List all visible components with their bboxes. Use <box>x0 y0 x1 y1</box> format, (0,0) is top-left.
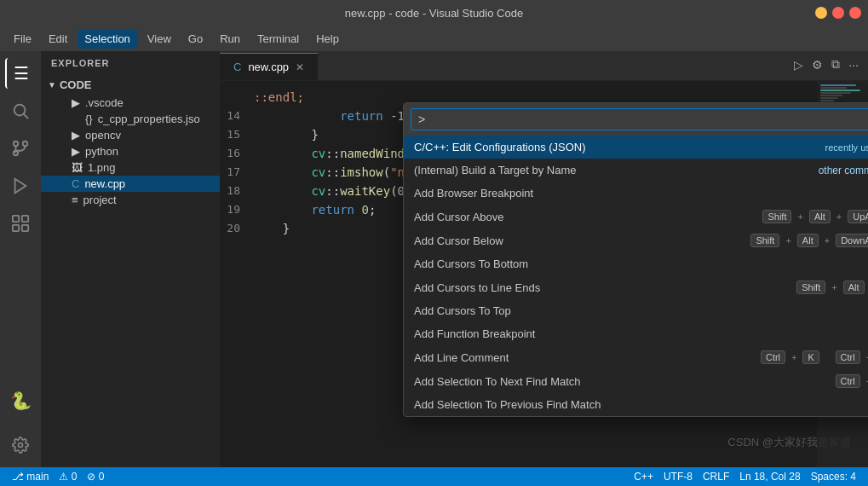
activity-bar: ☰ 🐍 <box>0 51 41 467</box>
sidebar-item-project[interactable]: ≡ project <box>41 192 220 208</box>
cpp-file-icon: C <box>72 177 79 190</box>
cpp-tab-icon: C <box>233 61 241 73</box>
svg-point-0 <box>14 105 26 116</box>
titlebar-title: new.cpp - code - Visual Studio Code <box>345 7 523 20</box>
sidebar-item-label: python <box>85 145 118 158</box>
close-button[interactable] <box>849 7 861 19</box>
cp-item-add-cursors-line-ends[interactable]: Add Cursors to Line Ends Shift + Alt + I <box>404 275 868 299</box>
svg-point-10 <box>19 443 23 448</box>
other-commands-badge: other commands <box>819 165 868 176</box>
sidebar-item-label: .vscode <box>85 96 124 109</box>
cp-item-add-line-comment[interactable]: Add Line Comment Ctrl + K Ctrl + C <box>404 345 868 369</box>
sidebar: EXPLORER ▼ CODE ▶ .vscode {} c_cpp_prope… <box>41 51 220 467</box>
folder-icon: ▶ <box>72 145 80 158</box>
shortcut-shift: Shift <box>762 210 791 223</box>
cp-item-add-selection-next[interactable]: Add Selection To Next Find Match Ctrl + … <box>404 369 868 393</box>
cp-item-add-selection-prev[interactable]: Add Selection To Previous Find Match <box>404 393 868 416</box>
status-errors[interactable]: ⚠ 0 <box>54 471 82 483</box>
more-actions-icon[interactable]: ··· <box>846 55 861 74</box>
mini-line <box>820 87 847 89</box>
cp-item-add-browser-breakpoint[interactable]: Add Browser Breakpoint <box>404 182 868 205</box>
status-warnings[interactable]: ⊘ 0 <box>82 471 109 483</box>
sidebar-item-1png[interactable]: 🖼 1.png <box>41 159 220 176</box>
explorer-icon[interactable]: ☰ <box>5 58 36 89</box>
status-cursor[interactable]: Ln 18, Col 28 <box>734 471 805 483</box>
command-palette: C/C++: Edit Configurations (JSON) recent… <box>403 102 868 417</box>
editor-tab-newcpp[interactable]: C new.cpp ✕ <box>220 53 318 80</box>
status-branch[interactable]: ⎇ main <box>7 471 54 483</box>
svg-rect-6 <box>13 216 19 222</box>
status-eol[interactable]: CRLF <box>698 471 734 483</box>
shortcut-alt: Alt <box>809 210 831 223</box>
editor-tabs: C new.cpp ✕ ▷ ⚙ ⧉ ··· <box>220 51 868 81</box>
extensions-icon[interactable] <box>5 208 36 239</box>
svg-rect-8 <box>13 225 19 231</box>
sidebar-root[interactable]: ▼ CODE <box>41 75 220 95</box>
status-language[interactable]: C++ <box>629 471 658 483</box>
cp-item-add-cursors-top[interactable]: Add Cursors To Top <box>404 299 868 322</box>
mini-line <box>820 100 834 101</box>
menu-help[interactable]: Help <box>309 29 346 49</box>
svg-point-3 <box>23 142 28 147</box>
svg-rect-9 <box>22 225 28 231</box>
sidebar-item-python[interactable]: ▶ python <box>41 143 220 159</box>
svg-line-1 <box>24 114 28 119</box>
titlebar: new.cpp - code - Visual Studio Code <box>0 0 868 26</box>
split-editor-icon[interactable]: ⧉ <box>829 55 842 74</box>
json-file-icon: {} <box>85 113 93 125</box>
sidebar-item-label: new.cpp <box>84 177 125 190</box>
svg-point-2 <box>14 142 19 147</box>
search-icon[interactable] <box>5 95 36 126</box>
menu-terminal[interactable]: Terminal <box>250 29 306 49</box>
menu-edit[interactable]: Edit <box>42 29 74 49</box>
status-encoding[interactable]: UTF-8 <box>658 471 698 483</box>
sidebar-item-newcpp[interactable]: C new.cpp <box>41 176 220 192</box>
status-spaces[interactable]: Spaces: 4 <box>806 471 861 483</box>
cp-item-build-target[interactable]: (Internal) Build a Target by Name other … <box>404 159 868 182</box>
menu-file[interactable]: File <box>7 29 38 49</box>
minimize-button[interactable] <box>815 7 827 19</box>
cp-item-add-function-breakpoint[interactable]: Add Function Breakpoint <box>404 322 868 345</box>
mini-line <box>820 84 856 86</box>
shortcut-ctrl: Ctrl <box>836 374 860 388</box>
sidebar-item-label: project <box>83 194 117 206</box>
svg-marker-5 <box>15 179 26 194</box>
editor-toolbar: ▷ ⚙ ⧉ ··· <box>785 51 868 78</box>
sidebar-item-c-cpp-props[interactable]: {} c_cpp_properties.jso <box>41 111 220 127</box>
sidebar-item-opencv[interactable]: ▶ opencv <box>41 127 220 143</box>
shortcut-alt: Alt <box>797 234 819 247</box>
cp-item-add-cursor-below[interactable]: Add Cursor Below Shift + Alt + DownArrow <box>404 229 868 252</box>
svg-rect-7 <box>22 216 28 222</box>
cp-item-add-cursors-bottom[interactable]: Add Cursors To Bottom <box>404 252 868 275</box>
shortcut-ctrl: Ctrl <box>761 350 785 364</box>
folder-icon: ▶ <box>72 96 80 109</box>
cp-item-cc-edit-config[interactable]: C/C++: Edit Configurations (JSON) recent… <box>404 136 868 159</box>
cp-item-add-cursor-above[interactable]: Add Cursor Above Shift + Alt + UpArrow <box>404 205 868 229</box>
cp-list: C/C++: Edit Configurations (JSON) recent… <box>404 136 868 416</box>
sidebar-item-vscode[interactable]: ▶ .vscode <box>41 95 220 111</box>
python-icon[interactable]: 🐍 <box>5 385 36 416</box>
maximize-button[interactable] <box>832 7 844 19</box>
mini-line <box>820 95 842 96</box>
shortcut-k: K <box>802 350 819 364</box>
source-control-icon[interactable] <box>5 133 36 164</box>
run-code-icon[interactable]: ▷ <box>791 55 806 74</box>
menu-selection[interactable]: Selection <box>78 29 136 49</box>
shortcut-uparrow: UpArrow <box>848 210 868 223</box>
menu-view[interactable]: View <box>141 29 178 49</box>
run-debug-icon[interactable] <box>5 171 36 201</box>
cp-input-row <box>404 103 868 136</box>
shortcut-shift: Shift <box>796 281 825 294</box>
menu-go[interactable]: Go <box>181 29 210 49</box>
settings-gear-icon[interactable]: ⚙ <box>809 55 825 74</box>
shortcut-ctrl2: Ctrl <box>836 350 860 364</box>
shortcut-shift: Shift <box>750 234 779 247</box>
settings-icon[interactable] <box>5 430 36 460</box>
menu-run[interactable]: Run <box>213 29 247 49</box>
editor-area: C new.cpp ✕ ▷ ⚙ ⧉ ··· ::endl; 14 re <box>220 51 868 467</box>
sidebar-item-label: 1.png <box>88 161 116 174</box>
image-file-icon: 🖼 <box>72 161 83 174</box>
tab-close-icon[interactable]: ✕ <box>296 61 304 73</box>
sidebar-item-label: c_cpp_properties.jso <box>98 113 200 125</box>
command-palette-input[interactable] <box>411 108 868 130</box>
